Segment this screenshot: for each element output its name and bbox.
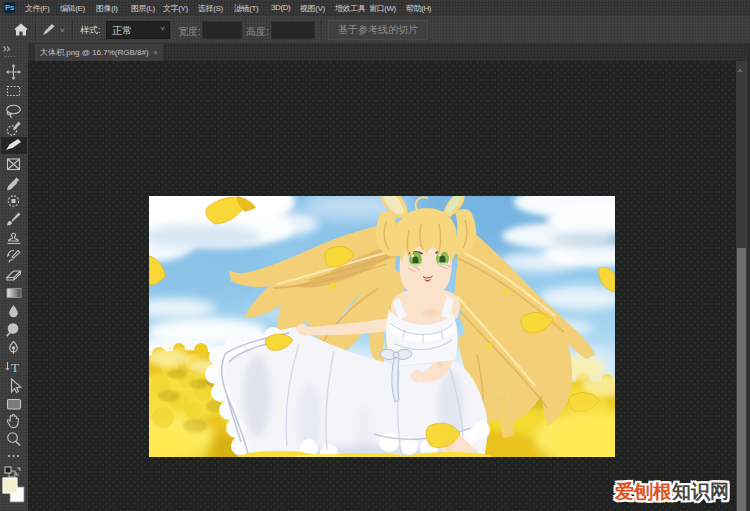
svg-text:T: T (11, 360, 19, 375)
